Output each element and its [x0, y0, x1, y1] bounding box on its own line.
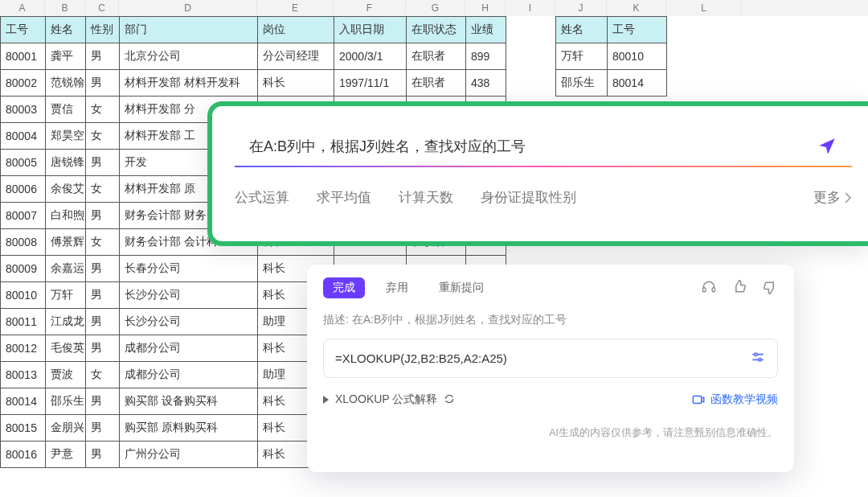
hdr-status[interactable]: 在职状态 [407, 17, 466, 43]
hdr-dept[interactable]: 部门 [120, 17, 258, 43]
cell[interactable]: 郑昊空 [46, 123, 86, 150]
cell[interactable]: 80010 [1, 282, 46, 309]
cell[interactable]: 金朋兴 [46, 415, 86, 442]
cell[interactable]: 80004 [1, 123, 46, 150]
hdr-date[interactable]: 入职日期 [334, 17, 407, 43]
refresh-icon[interactable] [444, 393, 455, 407]
more-button[interactable]: 更多 [813, 188, 852, 207]
cell[interactable]: 尹意 [46, 442, 86, 468]
cell[interactable]: 万轩 [556, 43, 608, 70]
suggestion-item[interactable]: 公式运算 [235, 188, 289, 207]
cell[interactable]: 余嘉运 [46, 256, 86, 282]
thumbs-down-icon[interactable] [762, 279, 778, 298]
cell[interactable]: 80013 [1, 362, 46, 388]
cell[interactable]: 长沙分公司 [120, 309, 258, 335]
cell[interactable]: 80001 [1, 43, 46, 70]
cell[interactable]: 万轩 [46, 282, 86, 309]
cell[interactable]: 80015 [1, 415, 46, 442]
col-header[interactable]: K [607, 0, 666, 16]
cell[interactable]: 80010 [608, 43, 667, 70]
cell[interactable]: 江成龙 [46, 309, 86, 335]
cell[interactable]: 男 [86, 43, 120, 70]
table-row[interactable]: 80001龚平男北京分公司分公司经理2000/3/1在职者899万轩80010 [1, 43, 743, 70]
cell[interactable] [506, 70, 556, 97]
cell[interactable]: 购买部 设备购买科 [120, 388, 258, 415]
col-header[interactable]: J [555, 0, 607, 16]
cell[interactable]: 438 [466, 70, 506, 97]
cell[interactable]: 分公司经理 [258, 43, 334, 70]
col-header[interactable]: C [85, 0, 119, 16]
cell[interactable]: 范锐翰 [46, 70, 86, 97]
cell[interactable]: 唐锐锋 [46, 150, 86, 176]
cell[interactable]: 男 [86, 388, 120, 415]
hdr-lookup-id[interactable]: 工号 [608, 17, 667, 43]
cell[interactable]: 邵乐生 [46, 388, 86, 415]
cell[interactable]: 长春分公司 [120, 256, 258, 282]
cell[interactable]: 2000/3/1 [334, 43, 407, 70]
formula-explain-label[interactable]: XLOOKUP 公式解释 [335, 392, 437, 407]
cell[interactable]: 女 [86, 97, 120, 123]
col-header[interactable]: B [45, 0, 85, 16]
cell[interactable]: 80011 [1, 309, 46, 335]
cell[interactable]: 在职者 [407, 70, 466, 97]
send-icon[interactable] [817, 136, 837, 157]
cell[interactable]: 毛俊英 [46, 335, 86, 362]
cell[interactable]: 男 [86, 203, 120, 229]
tune-icon[interactable] [750, 349, 766, 368]
cell[interactable]: 女 [86, 123, 120, 150]
col-header[interactable]: E [257, 0, 334, 16]
cell[interactable]: 余俊艾 [46, 176, 86, 203]
cell[interactable]: 成都分公司 [120, 335, 258, 362]
cell[interactable]: 成都分公司 [120, 362, 258, 388]
expand-triangle-icon[interactable] [323, 396, 329, 404]
cell[interactable]: 长沙分公司 [120, 282, 258, 309]
cell[interactable]: 男 [86, 335, 120, 362]
discard-button[interactable]: 弃用 [376, 277, 418, 298]
cell[interactable]: 80002 [1, 70, 46, 97]
col-header[interactable]: F [334, 0, 406, 16]
cell[interactable] [667, 43, 743, 70]
cell[interactable]: 1997/11/1 [334, 70, 407, 97]
cell[interactable] [506, 43, 556, 70]
cell[interactable]: 女 [86, 362, 120, 388]
cell[interactable]: 80014 [1, 388, 46, 415]
cell[interactable]: 80008 [1, 229, 46, 256]
cell[interactable]: 傅景辉 [46, 229, 86, 256]
cell[interactable]: 在职者 [407, 43, 466, 70]
hdr-perf[interactable]: 业绩 [466, 17, 506, 43]
suggestion-item[interactable]: 计算天数 [399, 188, 453, 207]
hdr-gender[interactable]: 性别 [86, 17, 120, 43]
cell[interactable]: 女 [86, 229, 120, 256]
status-done-pill[interactable]: 完成 [323, 277, 365, 298]
cell[interactable]: 购买部 原料购买科 [120, 415, 258, 442]
col-header[interactable]: H [465, 0, 506, 16]
cell[interactable]: 女 [86, 176, 120, 203]
cell[interactable]: 80009 [1, 256, 46, 282]
cell[interactable]: 80007 [1, 203, 46, 229]
hdr-name[interactable]: 姓名 [46, 17, 86, 43]
col-header[interactable]: G [406, 0, 465, 16]
suggestion-item[interactable]: 求平均值 [317, 188, 371, 207]
col-header[interactable]: A [0, 0, 45, 16]
cell[interactable]: 龚平 [46, 43, 86, 70]
formula-box[interactable]: =XLOOKUP(J2,B2:B25,A2:A25) [323, 339, 778, 378]
col-header[interactable]: D [119, 0, 257, 16]
tutorial-link[interactable]: 函数教学视频 [691, 392, 778, 407]
cell[interactable]: 邵乐生 [556, 70, 608, 97]
cell[interactable]: 北京分公司 [120, 43, 258, 70]
cell[interactable]: 贾信 [46, 97, 86, 123]
cell[interactable]: 80014 [608, 70, 667, 97]
suggestion-item[interactable]: 身份证提取性别 [481, 188, 576, 207]
hdr-id[interactable]: 工号 [1, 17, 46, 43]
cell[interactable]: 男 [86, 282, 120, 309]
cell[interactable]: 科长 [258, 70, 334, 97]
reask-button[interactable]: 重新提问 [429, 277, 493, 298]
cell[interactable]: 男 [86, 309, 120, 335]
col-header[interactable]: L [666, 0, 742, 16]
thumbs-up-icon[interactable] [731, 279, 747, 298]
hdr-lookup-name[interactable]: 姓名 [556, 17, 608, 43]
cell[interactable]: 男 [86, 415, 120, 442]
cell[interactable]: 贾波 [46, 362, 86, 388]
cell[interactable] [667, 70, 743, 97]
cell[interactable]: 80012 [1, 335, 46, 362]
